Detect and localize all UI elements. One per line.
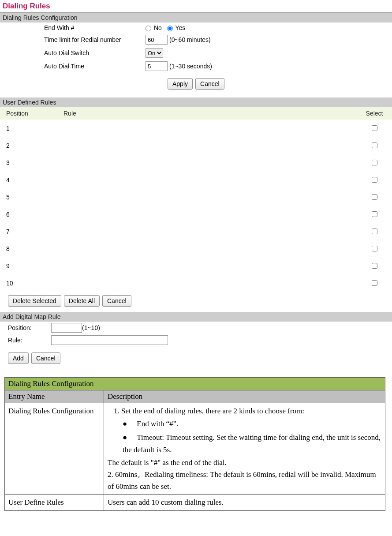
udr-cell-position: 6 <box>6 211 63 218</box>
radio-yes-label: Yes <box>175 24 185 31</box>
hint-add-position: (1~10) <box>82 324 100 331</box>
row-end-with: End With # No Yes <box>0 22 392 33</box>
help-row2-entry: User Define Rules <box>5 495 104 510</box>
input-add-rule[interactable] <box>51 335 168 345</box>
help-r1-line1: 1. Set the end of dialing rules, there a… <box>108 405 381 417</box>
help-r1-b1: End with “#”. <box>123 417 381 431</box>
help-title: Dialing Rules Configuration <box>5 378 385 390</box>
udr-select-checkbox[interactable] <box>372 263 377 269</box>
apply-button[interactable]: Apply <box>168 78 193 90</box>
udr-cell-position: 8 <box>6 245 63 252</box>
udr-select-checkbox[interactable] <box>372 125 377 131</box>
row-time-limit: Time limit for Redial number (0~60 minut… <box>0 33 392 46</box>
udr-header-position: Position <box>6 110 63 117</box>
label-auto-dial-switch: Auto Dial Switch <box>44 49 146 56</box>
table-row: 4 <box>0 171 392 188</box>
udr-header-select: Select <box>361 110 388 117</box>
udr-cancel-button[interactable]: Cancel <box>102 295 131 307</box>
table-row: 6 <box>0 206 392 223</box>
hint-time-limit: (0~60 minutes) <box>169 36 211 43</box>
table-row: 8 <box>0 240 392 257</box>
radio-no-wrap[interactable]: No <box>146 24 162 31</box>
label-add-rule: Rule: <box>8 337 51 344</box>
help-r1-line2: The default is "#" as the end of the dia… <box>108 457 381 469</box>
udr-header-rule: Rule <box>63 110 361 117</box>
radio-no[interactable] <box>146 26 151 31</box>
table-row: 10 <box>0 274 392 292</box>
udr-cell-position: 10 <box>6 280 63 287</box>
input-time-limit[interactable] <box>146 35 168 45</box>
udr-cell-position: 2 <box>6 142 63 149</box>
radio-no-label: No <box>154 24 162 31</box>
table-row: 1 <box>0 120 392 137</box>
page-title: Dialing Rules <box>0 0 392 13</box>
table-row: 2 <box>0 137 392 154</box>
table-row: 3 <box>0 154 392 171</box>
help-col-desc: Description <box>104 390 385 403</box>
label-add-position: Position: <box>8 324 51 331</box>
section-add-rule-header: Add Digital Map Rule <box>0 312 392 322</box>
input-auto-dial-time[interactable] <box>146 61 168 71</box>
udr-table-header: Position Rule Select <box>0 107 392 120</box>
udr-select-checkbox[interactable] <box>372 246 377 251</box>
row-auto-dial-time: Auto Dial Time (1~30 seconds) <box>0 60 392 73</box>
udr-select-checkbox[interactable] <box>372 280 377 286</box>
delete-selected-button[interactable]: Delete Selected <box>8 295 61 307</box>
help-row2-desc: Users can add 10 custom dialing rules. <box>104 495 385 510</box>
udr-select-checkbox[interactable] <box>372 194 377 200</box>
udr-select-checkbox[interactable] <box>372 142 377 148</box>
add-button[interactable]: Add <box>8 352 29 364</box>
row-auto-dial-switch: Auto Dial Switch On <box>0 46 392 60</box>
row-add-position: Position: (1~10) <box>0 322 392 334</box>
help-r1-line3: 2. 60mins。Redialing timeliness: The defa… <box>108 469 381 492</box>
udr-select-checkbox[interactable] <box>372 229 377 234</box>
label-time-limit: Time limit for Redial number <box>44 36 146 43</box>
hint-auto-dial-time: (1~30 seconds) <box>169 63 212 70</box>
udr-cell-position: 4 <box>6 176 63 184</box>
label-end-with: End With # <box>44 24 146 31</box>
table-row: 7 <box>0 223 392 240</box>
help-row1-entry: Dialing Rules Configuration <box>5 403 104 495</box>
radio-yes[interactable] <box>167 26 173 31</box>
udr-cell-position: 1 <box>6 125 63 132</box>
label-auto-dial-time: Auto Dial Time <box>44 63 146 70</box>
help-table: Dialing Rules Configuration Entry Name D… <box>4 377 385 511</box>
delete-all-button[interactable]: Delete All <box>64 295 100 307</box>
table-row: 5 <box>0 188 392 206</box>
add-cancel-button[interactable]: Cancel <box>31 352 60 364</box>
udr-select-checkbox[interactable] <box>372 177 377 183</box>
udr-cell-position: 5 <box>6 194 63 201</box>
udr-cell-position: 3 <box>6 159 63 166</box>
input-add-position[interactable] <box>51 323 82 333</box>
radio-yes-wrap[interactable]: Yes <box>167 24 185 31</box>
select-auto-dial-switch[interactable]: On <box>146 48 163 58</box>
udr-select-checkbox[interactable] <box>372 160 377 165</box>
section-config-header: Dialing Rules Configuration <box>0 13 392 22</box>
udr-select-checkbox[interactable] <box>372 211 377 217</box>
help-r1-b2: Timeout: Timeout setting. Set the waitin… <box>123 431 381 456</box>
cancel-button[interactable]: Cancel <box>195 78 224 90</box>
udr-cell-position: 9 <box>6 262 63 270</box>
row-add-rule: Rule: <box>0 334 392 346</box>
udr-cell-position: 7 <box>6 228 63 235</box>
help-row1-desc: 1. Set the end of dialing rules, there a… <box>104 403 385 495</box>
section-udr-header: User Defined Rules <box>0 97 392 107</box>
help-col-entry: Entry Name <box>5 390 104 403</box>
table-row: 9 <box>0 257 392 274</box>
